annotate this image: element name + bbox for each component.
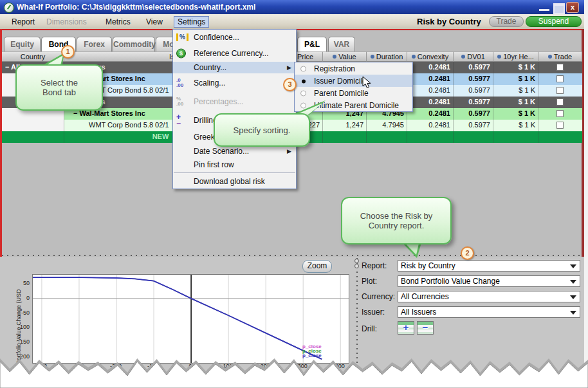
zoom-button[interactable]: Zoom	[302, 260, 332, 273]
step-badge-2: 2	[461, 246, 474, 260]
title-bar: What-If Portfolio: C:\Jts\diggkkttm\sele…	[0, 0, 584, 15]
tab-commodity[interactable]: Commodity	[113, 37, 155, 51]
cell-duration	[367, 131, 407, 143]
column-header-value[interactable]: Value	[323, 51, 367, 62]
callout-select-bond-tab: Select theBond tab	[15, 64, 103, 111]
report-mode-label: Risk by Country	[417, 17, 481, 26]
cell-value	[323, 131, 367, 143]
menu-separator	[174, 172, 295, 173]
cell-trade	[538, 85, 582, 97]
cell-convexity	[407, 131, 454, 143]
field-label-plot: Plot:	[362, 277, 377, 286]
cell-tenyr	[493, 131, 538, 143]
drill-minus-button[interactable]: −	[417, 321, 434, 335]
tab-forex[interactable]: Forex	[77, 37, 112, 51]
splitter-handle[interactable]	[354, 259, 359, 263]
y-tick-label: 0	[10, 295, 30, 301]
percent-icon: %.00	[176, 97, 183, 107]
cell-trade	[538, 108, 582, 120]
trade-checkbox[interactable]	[556, 98, 564, 106]
menu-item-dimensions[interactable]: Dimensions	[42, 16, 91, 28]
splitter-handle[interactable]	[354, 264, 359, 268]
step-badge-1: 1	[61, 45, 75, 59]
dropdown-caret-icon[interactable]	[570, 280, 576, 284]
suspend-button[interactable]: Suspend	[526, 16, 582, 27]
settings-item-reference-currency[interactable]: $Reference Currency...	[173, 45, 296, 62]
trade-checkbox[interactable]	[556, 110, 564, 117]
settings-item-percentages[interactable]: %.00Percentages...	[173, 93, 296, 111]
column-header-price[interactable]: Price	[295, 51, 323, 62]
menu-item-settings[interactable]: Settings	[174, 16, 209, 28]
tab-equity[interactable]: Equity	[4, 37, 41, 51]
sort-dot-icon	[412, 55, 416, 59]
cell-tenyr: $ 1 K	[493, 85, 538, 97]
sort-dot-icon	[371, 55, 374, 59]
dropdown-currency[interactable]: All Currencies	[398, 291, 580, 302]
minimize-button[interactable]	[539, 3, 549, 11]
y-tick-label: -50	[10, 309, 30, 316]
radio-icon[interactable]	[300, 66, 306, 71]
callout-text: Bond tab	[17, 88, 102, 97]
tab-pl[interactable]: P&L	[297, 37, 327, 51]
dropdown-caret-icon[interactable]	[570, 311, 576, 315]
dropdown-issuer[interactable]: All Issuers	[398, 306, 580, 318]
field-label-report: Report:	[362, 261, 387, 270]
drill-plus-button[interactable]: +	[398, 321, 414, 335]
scaling-icon: .0.00	[176, 78, 183, 88]
globe-icon	[4, 3, 14, 13]
column-header-dv01[interactable]: DV01	[454, 51, 493, 62]
torn-edge-decoration	[0, 355, 588, 388]
menu-item-report[interactable]: Report	[8, 16, 39, 28]
trade-button[interactable]: Trade	[489, 16, 524, 27]
cell-dv01: 0.5977	[454, 120, 493, 131]
settings-item-download-global-risk[interactable]: Download global risk	[173, 174, 296, 189]
series-p_close	[33, 277, 322, 359]
cell-convexity: 0.2481	[407, 120, 454, 131]
vertical-splitter[interactable]	[356, 258, 358, 366]
sort-dot-icon	[497, 55, 501, 59]
dropdown-report[interactable]: Risk by Country	[398, 260, 580, 272]
settings-item-country[interactable]: Country...▶	[173, 62, 296, 73]
field-label-issuer: Issuer:	[362, 308, 385, 317]
horizontal-splitter[interactable]	[2, 255, 582, 256]
tab-var[interactable]: VAR	[328, 37, 355, 51]
menu-item-view[interactable]: View	[142, 16, 167, 28]
column-header-tenyr[interactable]: 10yr He...	[493, 51, 538, 62]
window-title: What-If Portfolio: C:\Jts\diggkkttm\sele…	[17, 3, 255, 12]
confidence-icon: %	[176, 33, 188, 41]
sort-dot-icon	[548, 55, 552, 59]
cell-trade	[538, 120, 582, 131]
radio-selected-icon[interactable]	[300, 78, 306, 84]
column-header-convexity[interactable]: Convexity	[407, 51, 454, 62]
country-option-registration[interactable]: Registration	[295, 62, 412, 75]
country-option-issuer-domicile[interactable]: Issuer Domicile	[295, 75, 412, 87]
radio-icon[interactable]	[300, 90, 306, 96]
maximize-button[interactable]	[553, 3, 565, 14]
currency-icon: $	[176, 49, 186, 59]
cell-value: 1,247	[323, 120, 367, 131]
cell-convexity: 0.2481	[407, 85, 454, 97]
series-p_close	[33, 277, 322, 359]
dropdown-caret-icon[interactable]	[570, 295, 576, 299]
settings-item-scaling[interactable]: .0.00Scaling...	[173, 73, 296, 93]
dropdown-plot[interactable]: Bond Portfolio Value Change	[398, 275, 580, 287]
callout-specify-sorting: Specify sorting.	[214, 113, 310, 147]
close-button[interactable]: x	[566, 2, 579, 13]
trade-checkbox[interactable]	[556, 64, 564, 71]
field-label-drill: Drill:	[362, 324, 377, 333]
menu-bar: ReportDimensionsMetricsViewSettings Risk…	[0, 14, 584, 30]
dropdown-caret-icon[interactable]	[570, 264, 576, 268]
cell-convexity: 0.2481	[407, 97, 454, 108]
trade-checkbox[interactable]	[556, 75, 564, 82]
trade-checkbox[interactable]	[556, 87, 564, 94]
mouse-cursor	[362, 76, 371, 89]
menu-item-metrics[interactable]: Metrics	[102, 16, 134, 28]
sort-dot-icon	[461, 55, 465, 59]
drill-icon: +−	[176, 114, 181, 127]
cell-dv01: 0.5977	[454, 62, 493, 73]
settings-item-pin-first-row[interactable]: Pin first row	[173, 158, 296, 171]
settings-item-confidence[interactable]: %Confidence...	[173, 30, 296, 45]
trade-checkbox[interactable]	[556, 122, 564, 129]
column-header-duration[interactable]: Duration	[367, 51, 407, 62]
column-header-trade[interactable]: Trade	[538, 51, 582, 62]
